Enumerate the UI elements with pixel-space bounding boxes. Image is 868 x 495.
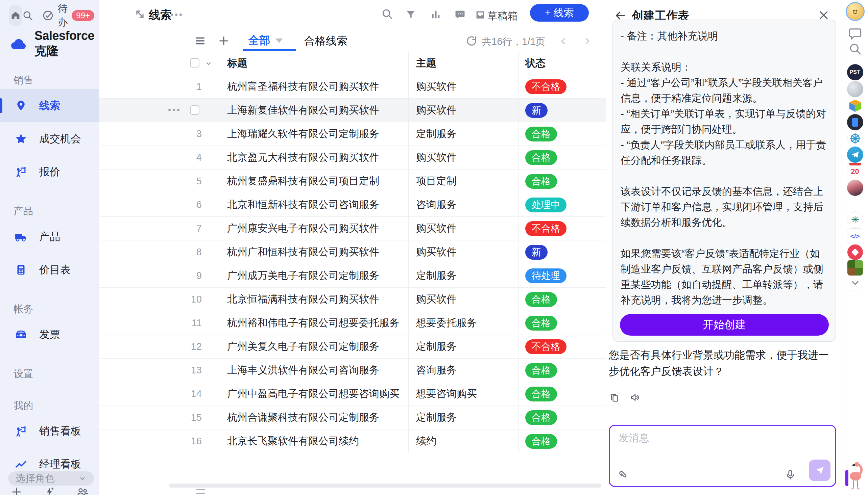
lead-subject-cell[interactable]: 项目定制 (408, 170, 518, 193)
lead-subject-cell[interactable]: 购买软件 (408, 288, 518, 311)
lead-subject-cell[interactable]: 咨询服务 (408, 193, 518, 217)
plus-icon[interactable] (11, 486, 22, 495)
table-row[interactable]: 6北京和恒新科技有限公司咨询服务咨询服务处理中 (99, 193, 606, 217)
lead-status-cell[interactable]: 合格 (518, 429, 606, 453)
lead-title-cell[interactable]: 上海瑞耀久软件有限公司定制服务 (227, 122, 408, 146)
role-selector[interactable]: 选择角色 (8, 471, 94, 485)
lead-status-cell[interactable]: 不合格 (518, 217, 606, 240)
gpt-app-icon[interactable]: ✳ (847, 211, 863, 227)
lead-title-cell[interactable]: 广州中盈高电子有限公司想要咨询购买 (227, 382, 408, 406)
telegram-app-icon[interactable] (847, 147, 863, 163)
search-icon[interactable] (22, 10, 33, 21)
add-view-icon[interactable] (218, 35, 230, 47)
lead-title-cell[interactable]: 北京长飞聚软件有限公司续约 (227, 429, 408, 453)
lead-title-cell[interactable]: 广州成万美电子有限公司定制服务 (227, 264, 408, 287)
lead-title-cell[interactable]: 上海新复佳软件有限公司购买软件 (227, 99, 408, 122)
wheel-app-icon[interactable] (847, 130, 863, 147)
lead-subject-cell[interactable]: 定制服务 (408, 335, 518, 358)
table-row[interactable]: 3上海瑞耀久软件有限公司定制服务定制服务合格 (99, 122, 606, 146)
lead-status-cell[interactable]: 合格 (518, 311, 606, 335)
table-row[interactable]: 9广州成万美电子有限公司定制服务定制服务待处理 (99, 264, 606, 288)
lead-status-cell[interactable]: 合格 (518, 288, 606, 311)
lead-title-cell[interactable]: 广州美复久电子有限公司定制服务 (227, 335, 408, 358)
lead-subject-cell[interactable]: 定制服务 (408, 122, 518, 146)
lead-title-cell[interactable]: 北京盈元大科技有限公司购买软件 (227, 146, 408, 169)
chart-icon[interactable] (430, 9, 441, 20)
lead-status-cell[interactable]: 合格 (518, 406, 606, 429)
column-header-title[interactable]: 标题 (227, 51, 408, 75)
todo-check-icon[interactable] (42, 10, 54, 21)
column-header-status[interactable]: 状态 (518, 51, 606, 75)
lead-subject-cell[interactable]: 定制服务 (408, 264, 518, 287)
lead-title-cell[interactable]: 广州康安兴电子有限公司购买软件 (227, 217, 408, 240)
select-all-checkbox[interactable] (190, 58, 199, 68)
lead-status-cell[interactable]: 合格 (518, 146, 606, 169)
row-checkbox[interactable] (190, 105, 199, 115)
page-prev-icon[interactable] (558, 36, 569, 46)
table-row[interactable]: 10北京恒福满科技有限公司购买软件购买软件合格 (99, 288, 606, 311)
lead-status-cell[interactable]: 合格 (518, 122, 606, 146)
table-row[interactable]: 13上海丰义洪软件有限公司咨询服务咨询服务合格 (99, 359, 606, 382)
lead-status-cell[interactable]: 新 (518, 240, 606, 264)
calendar-app-icon[interactable]: 20 (847, 163, 863, 179)
lead-status-cell[interactable]: 不合格 (518, 75, 606, 98)
page-next-icon[interactable] (582, 36, 592, 46)
table-row[interactable]: 12广州美复久电子有限公司定制服务定制服务不合格 (99, 335, 606, 359)
lead-subject-cell[interactable]: 购买软件 (408, 146, 518, 169)
table-row[interactable]: 7广州康安兴电子有限公司购买软件购买软件不合格 (99, 217, 606, 240)
lead-title-cell[interactable]: 杭州广和恒科技有限公司购买软件 (227, 240, 408, 264)
column-header-subject[interactable]: 主题 (408, 51, 518, 75)
sidebar-item-invoices[interactable]: 发票 (0, 318, 99, 351)
speaker-icon[interactable] (630, 392, 640, 403)
drafts-label[interactable]: 草稿箱 (487, 9, 518, 23)
sidebar-item-products[interactable]: 产品 (0, 220, 99, 253)
sidebar-item-sales-board[interactable]: 销售看板 (0, 415, 99, 448)
table-row[interactable]: 11杭州裕和伟电子有限公司想要委托服务想要委托服务合格 (99, 311, 606, 335)
home-button[interactable] (9, 5, 22, 25)
table-row[interactable]: 14广州中盈高电子有限公司想要咨询购买想要咨询购买合格 (99, 382, 606, 406)
phone-app-icon[interactable] (847, 114, 863, 130)
mic-icon[interactable] (785, 469, 796, 480)
lead-status-cell[interactable]: 合格 (518, 170, 606, 193)
resize-handle-icon[interactable] (196, 489, 205, 494)
table-row[interactable]: 16北京长飞聚软件有限公司续约续约合格 (99, 429, 606, 453)
brand-logo[interactable]: Salesforce克隆 (9, 32, 107, 56)
lead-status-cell[interactable]: 不合格 (518, 335, 606, 358)
start-create-button[interactable]: 开始创建 (620, 314, 829, 336)
lead-subject-cell[interactable]: 购买软件 (408, 75, 518, 98)
lead-subject-cell[interactable]: 想要委托服务 (408, 311, 518, 335)
red-app-icon[interactable] (847, 244, 863, 260)
horizontal-scrollbar[interactable] (169, 483, 601, 488)
sidebar-item-pricebook[interactable]: 价目表 (0, 253, 99, 286)
lead-status-cell[interactable]: 待处理 (518, 264, 606, 287)
inbox-icon[interactable] (475, 9, 486, 21)
lead-title-cell[interactable]: 杭州合谦聚科技有限公司定制服务 (227, 406, 408, 429)
close-icon[interactable] (818, 10, 830, 21)
girl-avatar-icon[interactable] (847, 180, 863, 196)
pst-app-icon[interactable]: PST (847, 64, 863, 80)
tab-all[interactable]: 全部 (248, 33, 283, 48)
hamburger-icon[interactable] (194, 35, 206, 47)
lead-subject-cell[interactable]: 咨询服务 (408, 359, 518, 382)
members-icon[interactable] (77, 486, 88, 495)
lead-subject-cell[interactable]: 想要咨询购买 (408, 382, 518, 406)
cube-app-icon[interactable] (847, 98, 863, 114)
todo-label[interactable]: 待办 (58, 2, 68, 29)
ellipsis-icon[interactable] (171, 14, 182, 16)
comment-icon[interactable] (848, 26, 862, 40)
lead-status-cell[interactable]: 合格 (518, 382, 606, 406)
lead-subject-cell[interactable]: 购买软件 (408, 99, 518, 122)
filter-icon[interactable] (405, 9, 416, 20)
comment-icon[interactable] (454, 9, 466, 20)
table-row[interactable]: 8杭州广和恒科技有限公司购买软件购买软件新 (99, 240, 606, 264)
sidebar-item-opportunities[interactable]: 成交机会 (0, 122, 99, 155)
lead-title-cell[interactable]: 杭州复盛鼎科技有限公司项目定制 (227, 170, 408, 193)
create-lead-button[interactable]: + 线索 (530, 4, 589, 22)
search-icon[interactable] (848, 42, 862, 56)
table-row[interactable]: 1杭州富圣福科技有限公司购买软件购买软件不合格 (99, 75, 606, 99)
lead-subject-cell[interactable]: 购买软件 (408, 217, 518, 240)
attach-icon[interactable] (617, 469, 629, 480)
moon-app-icon[interactable] (847, 81, 863, 97)
chevron-down-icon[interactable] (204, 59, 213, 68)
refresh-icon[interactable] (466, 35, 477, 47)
